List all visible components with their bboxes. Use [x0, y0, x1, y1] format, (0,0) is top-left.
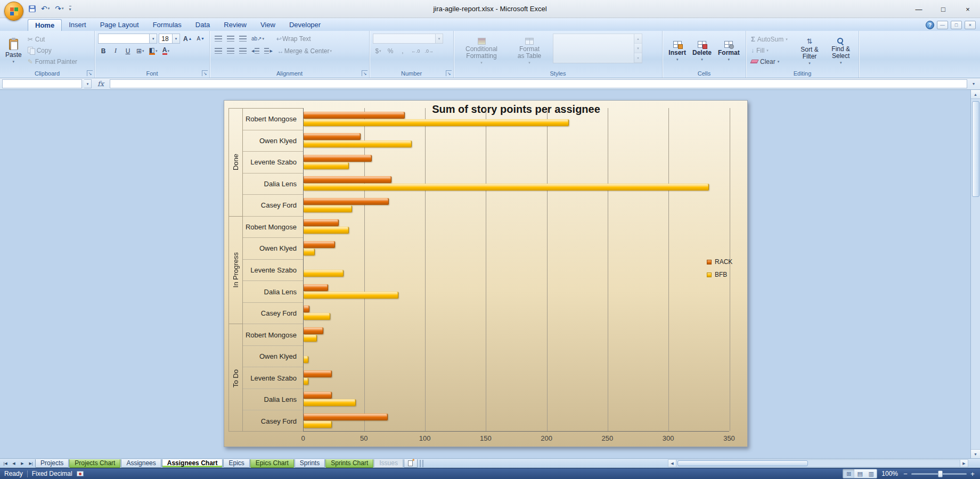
bar-rack[interactable] — [304, 305, 309, 312]
workbook-restore-button[interactable]: □ — [951, 21, 962, 29]
zoom-level[interactable]: 100% — [881, 470, 898, 477]
bar-rack[interactable] — [304, 198, 389, 205]
bar-bfb[interactable] — [304, 356, 308, 363]
find-select-button[interactable]: Find & Select ▾ — [826, 34, 855, 69]
gallery-more-icon[interactable]: ▾ — [634, 53, 642, 63]
bar-rack[interactable] — [304, 133, 361, 140]
legend-entry-bfb[interactable]: BFB — [707, 271, 732, 278]
bar-bfb[interactable] — [304, 119, 569, 126]
zoom-in-button[interactable]: + — [969, 470, 976, 478]
legend-entry-rack[interactable]: RACK — [707, 258, 732, 266]
underline-button[interactable]: U — [123, 46, 133, 56]
font-name-dropdown-icon[interactable]: ▾ — [149, 34, 157, 43]
bar-bfb[interactable] — [304, 205, 352, 212]
zoom-out-button[interactable]: − — [902, 470, 909, 478]
paste-dropdown-icon[interactable]: ▾ — [13, 60, 15, 63]
decrease-decimal-button[interactable]: .0→ — [423, 46, 436, 56]
paste-button[interactable]: Paste ▾ — [3, 34, 24, 69]
first-sheet-button[interactable]: |◀ — [1, 459, 10, 467]
page-break-view-button[interactable]: ▥ — [865, 469, 877, 478]
bar-bfb[interactable] — [304, 141, 412, 147]
conditional-formatting-button[interactable]: Conditional Formatting ▾ — [457, 34, 506, 69]
tab-scrollbar-splitter[interactable] — [420, 460, 423, 467]
italic-button[interactable]: I — [110, 46, 121, 56]
formula-bar-expand-icon[interactable]: ▾ — [969, 79, 978, 88]
insert-worksheet-button[interactable] — [404, 459, 418, 468]
borders-button[interactable]: ⊞▾ — [135, 46, 146, 56]
last-sheet-button[interactable]: ▶| — [27, 459, 35, 467]
bar-bfb[interactable] — [304, 335, 317, 342]
bar-rack[interactable] — [304, 284, 328, 291]
bar-rack[interactable] — [304, 414, 388, 420]
chart[interactable]: Sum of story points per assignee DoneIn … — [224, 100, 748, 447]
format-as-table-button[interactable]: Format as Table ▾ — [508, 34, 551, 69]
bar-bfb[interactable] — [304, 184, 709, 191]
record-macro-icon[interactable] — [77, 471, 84, 476]
vertical-scroll-thumb[interactable] — [972, 101, 979, 197]
office-button[interactable] — [4, 2, 23, 21]
bar-bfb[interactable] — [304, 421, 332, 428]
gallery-down-icon[interactable]: ▼ — [634, 44, 642, 53]
normal-view-button[interactable]: ⊞ — [843, 469, 854, 478]
delete-cells-button[interactable]: Delete ▾ — [690, 34, 714, 69]
close-button[interactable]: × — [956, 0, 980, 18]
ribbon-tab-insert[interactable]: Insert — [62, 19, 93, 31]
scroll-left-icon[interactable]: ◀ — [668, 459, 676, 467]
sheet-tab-epics-chart[interactable]: Epics Chart — [250, 459, 294, 468]
sheet-tab-sprints[interactable]: Sprints — [295, 459, 325, 468]
decrease-indent-button[interactable]: ◀ — [250, 46, 261, 56]
align-left-button[interactable] — [213, 46, 224, 56]
shrink-font-button[interactable]: A▼ — [195, 34, 206, 44]
name-box[interactable] — [2, 79, 82, 88]
bar-bfb[interactable] — [304, 249, 315, 255]
chart-value-axis[interactable]: 050100150200250300350 — [303, 434, 729, 443]
scroll-down-icon[interactable]: ▼ — [971, 449, 980, 458]
ribbon-tab-formulas[interactable]: Formulas — [146, 19, 189, 31]
sheet-tab-issues[interactable]: Issues — [374, 459, 403, 468]
workbook-minimize-button[interactable]: — — [937, 21, 948, 29]
autosum-button[interactable]: Σ AutoSum ▾ — [749, 34, 793, 44]
help-button[interactable]: ? — [926, 21, 934, 29]
next-sheet-button[interactable]: ▶ — [18, 459, 27, 467]
horizontal-scroll-thumb[interactable] — [677, 460, 808, 466]
fill-color-button[interactable]: ◧▾ — [148, 46, 159, 56]
increase-decimal-button[interactable]: ←.0 — [410, 46, 422, 56]
sheet-tab-projects-chart[interactable]: Projects Chart — [69, 459, 120, 468]
bar-rack[interactable] — [304, 176, 391, 183]
formula-input[interactable] — [110, 79, 967, 88]
ribbon-tab-view[interactable]: View — [254, 19, 282, 31]
minimize-button[interactable]: — — [907, 0, 931, 18]
align-right-button[interactable] — [238, 46, 248, 56]
merge-center-button[interactable]: ↔ Merge & Center ▾ — [276, 46, 333, 56]
bar-bfb[interactable] — [304, 162, 349, 169]
worksheet-area[interactable]: Sum of story points per assignee DoneIn … — [0, 90, 980, 458]
clipboard-dialog-launcher[interactable]: ↘ — [87, 70, 93, 76]
horizontal-scroll-track[interactable] — [676, 459, 960, 467]
bar-rack[interactable] — [304, 112, 405, 119]
cut-button[interactable]: ✂ Cut — [26, 34, 79, 44]
bar-rack[interactable] — [304, 370, 332, 377]
font-dialog-launcher[interactable]: ↘ — [202, 70, 208, 76]
font-size-combo[interactable]: 18 ▾ — [159, 34, 180, 44]
bold-button[interactable]: B — [98, 46, 109, 56]
orientation-button[interactable]: ab↗▾ — [250, 34, 266, 44]
zoom-thumb[interactable] — [938, 470, 943, 477]
fill-button[interactable]: ↓ Fill ▾ — [749, 45, 793, 55]
increase-indent-button[interactable]: ▶ — [263, 46, 274, 56]
bar-bfb[interactable] — [304, 227, 349, 234]
zoom-track[interactable] — [911, 473, 967, 475]
sheet-tab-assignees-chart[interactable]: Assignees Chart — [162, 459, 223, 468]
sheet-tab-projects[interactable]: Projects — [35, 459, 69, 468]
chart-legend[interactable]: RACKBFB — [707, 258, 732, 284]
bar-bfb[interactable] — [304, 399, 356, 406]
bar-rack[interactable] — [304, 327, 323, 334]
ribbon-tab-review[interactable]: Review — [217, 19, 254, 31]
number-dialog-launcher[interactable]: ↘ — [446, 70, 452, 76]
ribbon-tab-page-layout[interactable]: Page Layout — [93, 19, 146, 31]
chart-category-axis[interactable]: Robert MongoseOwen KlyedLevente SzaboDal… — [242, 108, 303, 432]
prev-sheet-button[interactable]: ◀ — [10, 459, 18, 467]
insert-function-button[interactable]: fx — [94, 80, 108, 88]
maximize-button[interactable]: □ — [931, 0, 956, 18]
format-cells-button[interactable]: Format ▾ — [716, 34, 742, 69]
clear-button[interactable]: Clear ▾ — [749, 56, 793, 67]
